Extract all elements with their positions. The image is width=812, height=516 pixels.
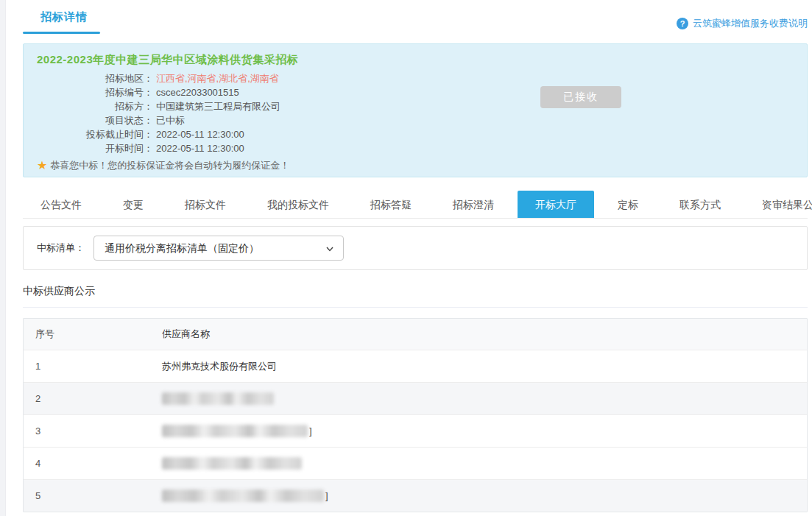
field-label: 招标编号： <box>37 85 153 99</box>
tender-title: 2022-2023年度中建三局华中区域涂料供货集采招标 <box>37 53 794 67</box>
tab-award[interactable]: 定标 <box>600 191 656 218</box>
redacted-text-block <box>162 425 308 437</box>
winning-list-selected-value: 通用价税分离招标清单（固定价） <box>105 242 259 254</box>
field-label: 开标时间： <box>37 141 153 155</box>
tab-opening-hall[interactable]: 开标大厅 <box>518 191 594 218</box>
row-index: 5 <box>24 490 162 501</box>
tab-tender-qa[interactable]: 招标答疑 <box>353 191 429 218</box>
field-label: 招标地区： <box>37 71 153 85</box>
tab-my-bid-files[interactable]: 我的投标文件 <box>250 191 347 218</box>
tab-contact[interactable]: 联系方式 <box>662 191 738 218</box>
field-value-bid-deadline: 2022-05-11 12:30:00 <box>156 127 244 141</box>
field-value-status: 已中标 <box>156 113 185 127</box>
column-header-index: 序号 <box>24 328 162 341</box>
supplier-name-redacted: ] <box>162 490 807 502</box>
winning-suppliers-section-title: 中标供应商公示 <box>23 285 808 298</box>
table-row: 5 ] <box>24 479 807 512</box>
tab-announcement-files[interactable]: 公告文件 <box>23 191 99 218</box>
page-title-underline <box>23 32 100 34</box>
page-header: 招标详情 ? 云筑蜜蜂增值服务收费说明 <box>23 0 808 34</box>
field-value-opening-time: 2022-05-11 12:30:00 <box>156 141 244 155</box>
congrats-message-row: ★ 恭喜您中标！您的投标保证金将会自动转为履约保证金！ <box>37 159 794 172</box>
tender-detail-page: 招标详情 ? 云筑蜜蜂增值服务收费说明 2022-2023年度中建三局华中区域涂… <box>23 0 808 512</box>
page-title: 招标详情 <box>23 10 100 24</box>
detail-tab-bar: 公告文件 变更 招标文件 我的投标文件 招标答疑 招标澄清 开标大厅 定标 联系… <box>23 191 808 219</box>
row-index: 4 <box>24 458 162 469</box>
value-added-service-help-link[interactable]: ? 云筑蜜蜂增值服务收费说明 <box>677 17 808 30</box>
left-rail <box>0 0 6 516</box>
field-value-region: 江西省,河南省,湖北省,湖南省 <box>156 71 279 85</box>
supplier-name-redacted <box>162 457 807 470</box>
field-row-tenderer: 招标方： 中国建筑第三工程局有限公司 <box>37 99 794 113</box>
field-row-tender-no: 招标编号： cscec22033001515 <box>37 85 794 99</box>
table-header-row: 序号 供应商名称 <box>24 319 807 350</box>
section-divider <box>23 307 808 308</box>
tab-tender-clarification[interactable]: 招标澄清 <box>435 191 512 218</box>
help-link-label: 云筑蜜蜂增值服务收费说明 <box>693 17 808 30</box>
accepted-button[interactable]: 已接收 <box>540 86 621 108</box>
tender-summary-box: 2022-2023年度中建三局华中区域涂料供货集采招标 招标地区： 江西省,河南… <box>23 43 808 177</box>
congrats-message: 恭喜您中标！您的投标保证金将会自动转为履约保证金！ <box>50 159 289 172</box>
table-row: 1 苏州弗克技术股份有限公司 <box>24 350 807 382</box>
row-index: 2 <box>24 393 162 404</box>
tender-fields: 招标地区： 江西省,河南省,湖北省,湖南省 招标编号： cscec2203300… <box>37 71 794 155</box>
tab-qualification-result[interactable]: 资审结果公示 <box>744 191 812 218</box>
table-row: 2 <box>24 382 807 414</box>
redacted-suffix: ] <box>325 490 328 501</box>
table-row: 3 ] <box>24 414 807 447</box>
field-row-region: 招标地区： 江西省,河南省,湖北省,湖南省 <box>37 71 794 85</box>
field-value-tender-no: cscec22033001515 <box>156 85 239 99</box>
tab-tender-files[interactable]: 招标文件 <box>167 191 244 218</box>
winning-list-panel: 中标清单： 通用价税分离招标清单（固定价） <box>23 226 808 270</box>
tab-changes[interactable]: 变更 <box>105 191 161 218</box>
supplier-name-redacted: ] <box>162 425 807 437</box>
table-row: 4 <box>24 447 807 479</box>
supplier-name-redacted <box>162 392 807 405</box>
winning-suppliers-table: 序号 供应商名称 1 苏州弗克技术股份有限公司 2 3 ] 4 5 ] <box>23 318 808 512</box>
redacted-text-block <box>162 457 302 470</box>
page-title-block: 招标详情 <box>23 10 100 34</box>
winning-list-select[interactable]: 通用价税分离招标清单（固定价） <box>93 236 344 261</box>
redacted-text-block <box>162 392 274 405</box>
column-header-supplier-name: 供应商名称 <box>162 328 807 341</box>
row-index: 1 <box>24 361 162 372</box>
question-circle-icon: ? <box>677 18 688 29</box>
redacted-text-block <box>162 490 324 502</box>
supplier-name: 苏州弗克技术股份有限公司 <box>162 360 807 373</box>
row-index: 3 <box>24 425 162 437</box>
field-label: 项目状态： <box>37 113 153 127</box>
star-icon: ★ <box>37 160 47 172</box>
field-label: 招标方： <box>37 99 153 113</box>
winning-list-label: 中标清单： <box>37 241 85 255</box>
field-row-status: 项目状态： 已中标 <box>37 113 794 127</box>
field-row-bid-deadline: 投标截止时间： 2022-05-11 12:30:00 <box>37 127 794 141</box>
field-label: 投标截止时间： <box>37 127 153 141</box>
redacted-suffix: ] <box>309 425 312 437</box>
field-value-tenderer: 中国建筑第三工程局有限公司 <box>156 99 280 113</box>
field-row-opening-time: 开标时间： 2022-05-11 12:30:00 <box>37 141 794 155</box>
chevron-down-icon <box>325 244 334 253</box>
